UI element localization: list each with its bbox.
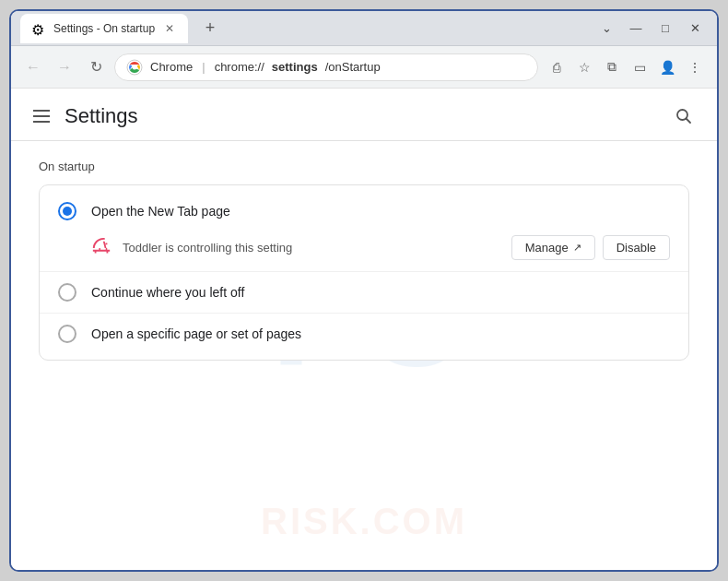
- extension-label: Toddler is controlling this setting: [123, 241, 500, 255]
- maximize-button[interactable]: □: [652, 16, 678, 42]
- url-bar[interactable]: Chrome | chrome://settings/onStartup: [114, 53, 538, 81]
- toddler-icon: [91, 238, 112, 258]
- option-continue-label: Continue where you left off: [91, 285, 670, 300]
- option-specific[interactable]: Open a specific page or set of pages: [40, 315, 688, 352]
- chrome-logo-icon: [126, 59, 143, 76]
- bookmark-icon[interactable]: ☆: [571, 54, 597, 80]
- active-tab[interactable]: ⚙ Settings - On startup ✕: [20, 14, 188, 43]
- svg-point-1: [133, 65, 137, 69]
- radio-specific[interactable]: [58, 325, 76, 343]
- hamburger-line: [33, 115, 50, 117]
- radio-new-tab[interactable]: [58, 202, 76, 220]
- chevron-icon[interactable]: ⌄: [593, 16, 619, 42]
- section-label: On startup: [39, 160, 689, 173]
- share-icon[interactable]: ⎙: [544, 54, 569, 80]
- new-tab-button[interactable]: +: [197, 16, 223, 42]
- window-controls: ⌄ — □ ✕: [593, 16, 708, 42]
- page-title: Settings: [65, 104, 138, 128]
- extension-buttons: Manage ↗ Disable: [511, 235, 670, 260]
- toolbar-icons: ⎙ ☆ ⧉ ▭ 👤 ⋮: [544, 54, 708, 80]
- watermark-risk: RISK.COM: [261, 501, 467, 542]
- url-chrome-label: Chrome: [150, 60, 193, 74]
- manage-button[interactable]: Manage ↗: [511, 235, 595, 260]
- settings-page: Settings PC RISK.COM On startup: [11, 89, 717, 570]
- svg-line-3: [687, 119, 691, 124]
- url-divider: |: [202, 60, 205, 74]
- title-bar: ⚙ Settings - On startup ✕ + ⌄ — □ ✕: [11, 11, 717, 46]
- manage-label: Manage: [525, 241, 569, 255]
- url-path-rest: /onStartup: [325, 60, 381, 74]
- external-link-icon: ↗: [573, 242, 581, 254]
- url-scheme: chrome://: [215, 60, 264, 74]
- extensions-icon[interactable]: ⧉: [599, 54, 625, 80]
- option-specific-label: Open a specific page or set of pages: [91, 326, 670, 341]
- extension-row: Toddler is controlling this setting Mana…: [40, 230, 688, 269]
- disable-label: Disable: [616, 241, 656, 255]
- tab-close-button[interactable]: ✕: [162, 21, 177, 36]
- settings-header: Settings: [11, 89, 717, 141]
- refresh-button[interactable]: ↻: [83, 54, 109, 80]
- disable-button[interactable]: Disable: [603, 235, 670, 260]
- radio-inner: [63, 207, 72, 216]
- option-divider-2: [40, 313, 688, 314]
- hamburger-line: [33, 121, 50, 123]
- settings-header-left: Settings: [29, 104, 138, 128]
- menu-icon[interactable]: ⋮: [682, 54, 708, 80]
- sidebar-icon[interactable]: ▭: [627, 54, 652, 80]
- address-bar: ← → ↻ Chrome | chrome://settings/onStart…: [11, 46, 717, 89]
- profile-icon[interactable]: 👤: [654, 54, 680, 80]
- minimize-button[interactable]: —: [623, 16, 649, 42]
- tab-title: Settings - On startup: [53, 22, 155, 35]
- back-button[interactable]: ←: [20, 54, 46, 80]
- option-new-tab[interactable]: Open the New Tab page: [40, 193, 688, 230]
- options-card: Open the New Tab page Toddler is control…: [39, 184, 689, 361]
- title-bar-left: ⚙ Settings - On startup ✕ +: [20, 14, 593, 43]
- settings-content: On startup Open the New Tab page: [11, 141, 717, 379]
- hamburger-menu[interactable]: [29, 106, 53, 126]
- option-new-tab-label: Open the New Tab page: [91, 204, 670, 219]
- option-divider: [40, 271, 688, 272]
- tab-favicon: ⚙: [31, 21, 46, 36]
- option-continue[interactable]: Continue where you left off: [40, 274, 688, 311]
- hamburger-line: [33, 110, 50, 112]
- browser-window: ⚙ Settings - On startup ✕ + ⌄ — □ ✕ ← → …: [9, 9, 719, 572]
- radio-continue[interactable]: [58, 283, 76, 302]
- forward-button[interactable]: →: [52, 54, 77, 80]
- search-button[interactable]: [669, 101, 699, 131]
- url-path-bold: settings: [272, 60, 318, 74]
- close-button[interactable]: ✕: [682, 16, 708, 42]
